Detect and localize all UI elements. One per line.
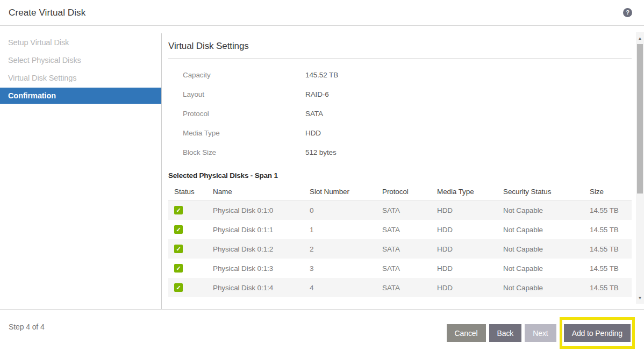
setting-row-capacity: Capacity 145.52 TB xyxy=(168,65,632,84)
setting-row-protocol: Protocol SATA xyxy=(168,104,632,123)
sidebar-item-virtual-disk-settings: Virtual Disk Settings xyxy=(0,70,161,86)
setting-row-layout: Layout RAID-6 xyxy=(168,84,632,104)
setting-value: SATA xyxy=(305,110,323,118)
table-row: ✓ Physical Disk 0:1:2 2 SATA HDD Not Cap… xyxy=(168,239,632,259)
table-row: ✓ Physical Disk 0:1:3 3 SATA HDD Not Cap… xyxy=(168,259,632,278)
disk-name: Physical Disk 0:1:0 xyxy=(207,206,304,214)
disk-name: Physical Disk 0:1:4 xyxy=(207,284,304,292)
cancel-button[interactable]: Cancel xyxy=(447,324,486,342)
column-header-media-type: Media Type xyxy=(431,188,497,196)
setting-label: Block Size xyxy=(168,148,305,156)
disk-media-type: HDD xyxy=(431,245,497,253)
table-header-row: Status Name Slot Number Protocol Media T… xyxy=(168,183,632,200)
disk-name: Physical Disk 0:1:3 xyxy=(207,264,304,273)
create-virtual-disk-dialog: Create Virtual Disk ? Setup Virtual Disk… xyxy=(0,0,644,351)
highlight-box: Add to Pending xyxy=(560,317,635,349)
column-header-status: Status xyxy=(168,188,207,196)
disk-size: 14.55 TB xyxy=(584,284,632,292)
wizard-steps-sidebar: Setup Virtual Disk Select Physical Disks… xyxy=(0,26,161,309)
disk-size: 14.55 TB xyxy=(584,264,632,273)
setting-row-media-type: Media Type HDD xyxy=(168,123,632,142)
column-header-name: Name xyxy=(207,188,304,196)
disk-size: 14.55 TB xyxy=(584,226,632,234)
table-row: ✓ Physical Disk 0:1:1 1 SATA HDD Not Cap… xyxy=(168,220,632,239)
disk-protocol: SATA xyxy=(376,245,431,253)
disk-protocol: SATA xyxy=(376,206,431,214)
column-header-size: Size xyxy=(584,188,632,196)
selected-checkbox-icon[interactable]: ✓ xyxy=(174,283,183,292)
column-header-slot-number: Slot Number xyxy=(304,188,376,196)
disk-media-type: HDD xyxy=(431,206,497,214)
scroll-down-icon[interactable]: ▼ xyxy=(636,293,644,303)
sidebar-item-confirmation[interactable]: Confirmation xyxy=(0,88,161,104)
setting-value: 512 bytes xyxy=(305,148,337,156)
selected-checkbox-icon[interactable]: ✓ xyxy=(174,264,183,273)
back-button[interactable]: Back xyxy=(489,324,522,342)
scrollbar-thumb[interactable] xyxy=(637,44,643,194)
virtual-disk-settings-summary: Capacity 145.52 TB Layout RAID-6 Protoco… xyxy=(168,65,632,162)
disk-protocol: SATA xyxy=(376,264,431,273)
next-button: Next xyxy=(525,324,556,342)
vertical-scrollbar[interactable]: ▲ ▼ xyxy=(636,32,644,304)
disk-slot: 4 xyxy=(304,284,376,292)
dialog-header: Create Virtual Disk ? xyxy=(0,0,644,26)
column-header-security-status: Security Status xyxy=(497,188,584,196)
scroll-up-icon[interactable]: ▲ xyxy=(636,33,644,43)
selected-checkbox-icon[interactable]: ✓ xyxy=(174,245,183,253)
disk-slot: 0 xyxy=(304,206,376,214)
column-header-protocol: Protocol xyxy=(376,188,431,196)
selected-checkbox-icon[interactable]: ✓ xyxy=(174,206,183,214)
dialog-footer: Step 4 of 4 Cancel Back Next Add to Pend… xyxy=(0,309,644,351)
dialog-body: Setup Virtual Disk Select Physical Disks… xyxy=(0,26,644,309)
selected-disks-table: Status Name Slot Number Protocol Media T… xyxy=(168,183,632,297)
selected-checkbox-icon[interactable]: ✓ xyxy=(174,225,183,234)
disk-slot: 3 xyxy=(304,264,376,273)
disk-security-status: Not Capable xyxy=(497,284,584,292)
sidebar-item-setup-virtual-disk: Setup Virtual Disk xyxy=(0,34,161,51)
setting-value: HDD xyxy=(305,129,321,137)
setting-label: Capacity xyxy=(168,71,305,79)
confirmation-content: Virtual Disk Settings Capacity 145.52 TB… xyxy=(161,33,636,309)
setting-row-block-size: Block Size 512 bytes xyxy=(168,142,632,162)
table-row: ✓ Physical Disk 0:1:0 0 SATA HDD Not Cap… xyxy=(168,200,632,220)
step-indicator: Step 4 of 4 xyxy=(9,323,45,331)
disk-media-type: HDD xyxy=(431,264,497,273)
sidebar-item-select-physical-disks: Select Physical Disks xyxy=(0,52,161,68)
footer-buttons: Cancel Back Next Add to Pending xyxy=(443,317,635,349)
disk-security-status: Not Capable xyxy=(497,264,584,273)
setting-label: Media Type xyxy=(168,129,305,137)
disk-protocol: SATA xyxy=(376,284,431,292)
setting-label: Layout xyxy=(168,90,305,98)
disk-protocol: SATA xyxy=(376,226,431,234)
disk-security-status: Not Capable xyxy=(497,245,584,253)
disk-security-status: Not Capable xyxy=(497,226,584,234)
disk-security-status: Not Capable xyxy=(497,206,584,214)
setting-value: 145.52 TB xyxy=(305,71,338,79)
table-row: ✓ Physical Disk 0:1:4 4 SATA HDD Not Cap… xyxy=(168,278,632,297)
disk-name: Physical Disk 0:1:2 xyxy=(207,245,304,253)
setting-label: Protocol xyxy=(168,110,305,118)
help-icon[interactable]: ? xyxy=(623,8,632,17)
disk-slot: 2 xyxy=(304,245,376,253)
disk-media-type: HDD xyxy=(431,226,497,234)
setting-value: RAID-6 xyxy=(305,90,329,98)
page-title: Create Virtual Disk xyxy=(9,8,85,18)
disk-name: Physical Disk 0:1:1 xyxy=(207,226,304,234)
section-title: Virtual Disk Settings xyxy=(168,40,632,59)
disk-media-type: HDD xyxy=(431,284,497,292)
add-to-pending-button[interactable]: Add to Pending xyxy=(564,324,631,342)
disk-size: 14.55 TB xyxy=(584,245,632,253)
disk-slot: 1 xyxy=(304,226,376,234)
disk-size: 14.55 TB xyxy=(584,206,632,214)
selected-disks-title: Selected Physical Disks - Span 1 xyxy=(168,171,632,180)
